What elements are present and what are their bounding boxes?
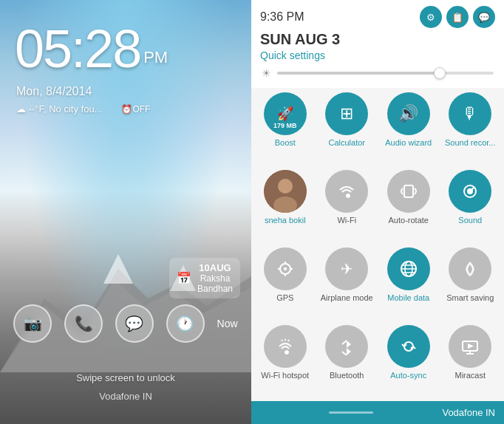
- user-label: sneha bokil: [265, 216, 306, 225]
- scroll-indicator: [329, 411, 373, 414]
- svg-rect-8: [404, 185, 413, 197]
- lock-time: 05:28PM: [15, 22, 168, 75]
- tile-sound-recorder[interactable]: 🎙 Sound recor...: [443, 92, 499, 164]
- bluetooth-label: Bluetooth: [330, 371, 364, 380]
- tile-boost[interactable]: 🚀 179 MB Boost: [257, 92, 313, 164]
- gps-label: GPS: [276, 293, 293, 302]
- qs-header: 9:36 PM ⚙ 📋 💬 SUN AUG 3 Quick settings ☀: [251, 0, 504, 88]
- tile-gps[interactable]: GPS: [257, 247, 313, 319]
- sound-label: Sound: [458, 216, 482, 225]
- qs-time-display: 9:36 PM: [260, 10, 304, 24]
- event-date: 10AUG: [197, 262, 233, 273]
- mobile-data-icon: [387, 247, 430, 290]
- auto-rotate-icon: [387, 170, 430, 213]
- svg-point-12: [284, 267, 287, 270]
- lock-weather: ☁ --°F, No city fou... ⏰OFF: [16, 103, 150, 114]
- sound-recorder-label: Sound recor...: [445, 138, 496, 147]
- sound-icon: [449, 170, 491, 213]
- smart-saving-icon: [449, 247, 491, 290]
- calculator-icon: ⊞: [325, 92, 368, 135]
- audio-wizard-icon: 🔊: [387, 92, 430, 135]
- wifi-label: Wi-Fi: [337, 216, 356, 225]
- time-display: 05:28: [15, 19, 140, 78]
- tile-auto-rotate[interactable]: Auto-rotate: [381, 170, 437, 242]
- tile-user[interactable]: sneha bokil: [257, 170, 313, 242]
- messages-button[interactable]: 💬: [115, 304, 154, 343]
- weather-info: ☁ --°F, No city fou...: [16, 103, 102, 114]
- swipe-to-unlock: Swipe screen to unlock: [0, 372, 251, 383]
- qs-label: Quick settings: [260, 49, 495, 61]
- qs-status-bar: 9:36 PM ⚙ 📋 💬: [260, 6, 495, 28]
- boost-label: Boost: [275, 138, 296, 147]
- miracast-label: Miracast: [454, 371, 486, 380]
- auto-rotate-label: Auto-rotate: [389, 216, 429, 225]
- quick-actions-bar: 📷 📞 💬 🕐 Now: [0, 304, 251, 343]
- mobile-data-label: Mobile data: [387, 293, 429, 302]
- auto-sync-label: Auto-sync: [390, 371, 426, 380]
- clock-icon: 🕐: [176, 315, 194, 332]
- bluetooth-icon: [325, 325, 368, 368]
- event-reminder: 📅 10AUG RakshaBandhan: [169, 258, 240, 298]
- boost-badge: 179 MB: [273, 122, 297, 129]
- smart-saving-label: Smart saving: [446, 293, 494, 302]
- ampm-display: PM: [143, 48, 168, 66]
- user-profile-icon: [264, 170, 307, 213]
- audio-wizard-label: Audio wizard: [385, 138, 432, 147]
- tile-miracast[interactable]: Miracast: [443, 325, 499, 397]
- brightness-thumb: [434, 67, 446, 79]
- boost-icon: 🚀 179 MB: [264, 92, 307, 135]
- svg-rect-7: [264, 196, 307, 213]
- wifi-icon: [325, 170, 368, 213]
- profile-avatar: [264, 170, 307, 213]
- brightness-icon: ☀: [262, 67, 271, 79]
- camera-button[interactable]: 📷: [13, 304, 52, 343]
- tile-audio-wizard[interactable]: 🔊 Audio wizard: [381, 92, 437, 164]
- tile-smart-saving[interactable]: Smart saving: [443, 247, 499, 319]
- mountain-illustration: [0, 225, 251, 372]
- settings-icon-btn[interactable]: ⚙: [420, 6, 442, 28]
- event-name: RakshaBandhan: [197, 273, 233, 294]
- tile-wifi[interactable]: Wi-Fi: [319, 170, 375, 242]
- tile-bluetooth[interactable]: Bluetooth: [319, 325, 375, 397]
- tile-airplane[interactable]: ✈ Airplane mode: [319, 247, 375, 319]
- quick-settings-panel: 9:36 PM ⚙ 📋 💬 SUN AUG 3 Quick settings ☀…: [251, 0, 504, 424]
- tile-mobile-data[interactable]: Mobile data: [381, 247, 437, 319]
- now-label: Now: [217, 318, 238, 329]
- svg-line-23: [282, 340, 282, 341]
- lock-screen: 05:28PM Mon, 8/4/2014 ☁ --°F, No city fo…: [0, 0, 251, 424]
- svg-marker-2: [103, 254, 133, 284]
- qs-date-display: SUN AUG 3: [260, 31, 495, 48]
- wifi-hotspot-label: Wi-Fi hotspot: [261, 371, 309, 380]
- airplane-icon: ✈: [325, 247, 368, 290]
- qs-bottom-bar: Vodafone IN: [251, 401, 504, 424]
- tile-calculator[interactable]: ⊞ Calculator: [319, 92, 375, 164]
- svg-line-24: [288, 340, 289, 341]
- calculator-label: Calculator: [328, 138, 365, 147]
- miracast-icon: [449, 325, 491, 368]
- brightness-fill: [277, 72, 440, 75]
- auto-sync-icon: [387, 325, 430, 368]
- tile-auto-sync[interactable]: Auto-sync: [381, 325, 437, 397]
- alarm-status: ⏰OFF: [121, 104, 150, 114]
- brightness-row: ☀: [260, 67, 495, 79]
- tile-wifi-hotspot[interactable]: Wi-Fi hotspot: [257, 325, 313, 397]
- qs-tiles-grid: 🚀 179 MB Boost ⊞ Calculator 🔊 Audio wiza…: [251, 88, 504, 401]
- svg-point-5: [278, 179, 293, 194]
- sound-recorder-icon: 🎙: [449, 92, 491, 135]
- clock-button[interactable]: 🕐: [166, 304, 205, 343]
- gps-icon: [264, 247, 307, 290]
- phone-button[interactable]: 📞: [64, 304, 103, 343]
- wifi-hotspot-icon: [264, 325, 307, 368]
- brightness-slider[interactable]: [277, 72, 494, 75]
- lock-date: Mon, 8/4/2014: [16, 85, 92, 98]
- carrier-name-qs: Vodafone IN: [442, 407, 495, 418]
- notes-icon-btn[interactable]: 📋: [446, 6, 469, 28]
- tile-sound[interactable]: Sound: [443, 170, 499, 242]
- carrier-name-lock: Vodafone IN: [0, 391, 251, 402]
- calendar-icon: 📅: [177, 271, 191, 285]
- event-details: 10AUG RakshaBandhan: [197, 262, 233, 294]
- svg-marker-28: [468, 343, 474, 349]
- airplane-label: Airplane mode: [321, 293, 373, 302]
- messages-icon-btn[interactable]: 💬: [473, 6, 495, 28]
- qs-header-icons: ⚙ 📋 💬: [420, 6, 495, 28]
